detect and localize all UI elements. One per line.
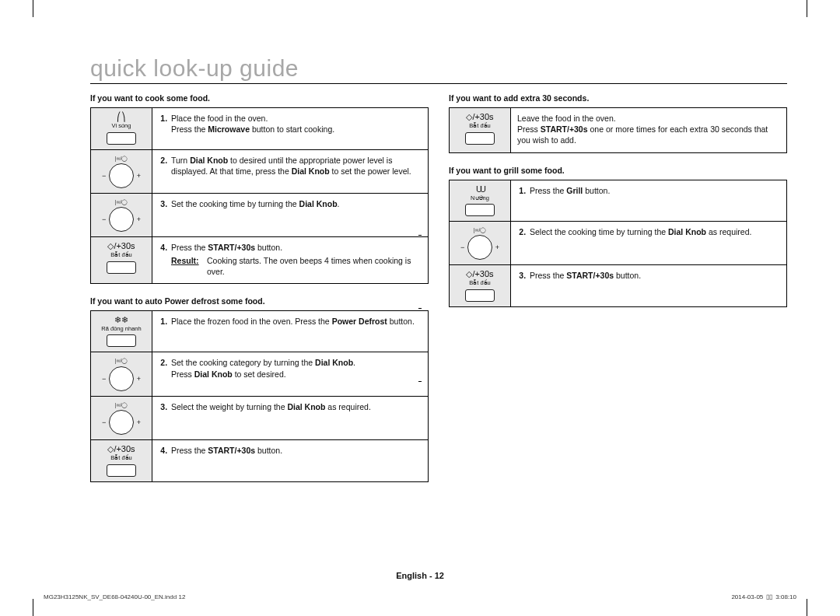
icon-cell: |∞/◯ bbox=[91, 396, 152, 439]
step-cell: Press the START/+30s button. bbox=[152, 440, 429, 482]
bind-mark bbox=[418, 308, 422, 309]
icon-cell: |∞/◯ bbox=[91, 149, 152, 193]
step-cell: Press the START/+30s button. bbox=[511, 265, 787, 307]
icon-cell: ◇/+30s Bắt đầu bbox=[450, 108, 511, 153]
table-grill: UU Nướng Press the Grill button. bbox=[449, 180, 787, 307]
step-text: Press the Microwave button to start cook… bbox=[171, 124, 334, 134]
icon-caption: Bắt đầu bbox=[110, 455, 132, 461]
dial-knob-icon bbox=[109, 366, 134, 391]
step-text: Press the START/+30s button. bbox=[171, 243, 282, 252]
dial-knob-icon bbox=[109, 410, 134, 435]
step-cell: Press the Grill button. bbox=[511, 180, 787, 222]
table-row: ❄❄ Rã đông nhanh Place the frozen food i… bbox=[91, 310, 429, 352]
button-shape bbox=[107, 132, 136, 145]
button-shape bbox=[107, 334, 136, 347]
start-icon: ◇/+30s bbox=[107, 242, 135, 250]
icon-caption: Bắt đầu bbox=[469, 280, 491, 286]
button-shape bbox=[465, 132, 495, 145]
icon-cell: ❄❄ Rã đông nhanh bbox=[91, 310, 152, 352]
icon-cell: |∞/◯ bbox=[450, 222, 511, 265]
table-row: ◇/+30s Bắt đầu Press the START/+30s butt… bbox=[450, 265, 787, 307]
table-row: UU Nướng Press the Grill button. bbox=[450, 180, 787, 222]
icon-cell: ◇/+30s Bắt đầu bbox=[91, 237, 152, 284]
section-heading-defrost: If you want to auto Power defrost some f… bbox=[90, 296, 429, 306]
step-text: Press the Grill button. bbox=[530, 186, 610, 195]
defrost-icon: ❄❄ bbox=[114, 316, 128, 324]
crop-mark bbox=[33, 0, 33, 17]
button-shape bbox=[107, 464, 136, 477]
dial-caption: |∞/◯ bbox=[115, 357, 128, 364]
step-cell: Select the weight by turning the Dial Kn… bbox=[152, 396, 429, 439]
step-text: Leave the food in the oven. bbox=[517, 114, 616, 123]
table-row: |∞/◯ Turn Dial Knob to desired until the… bbox=[91, 149, 429, 193]
step-cell: Place the food in the oven. Press the Mi… bbox=[152, 108, 429, 150]
left-column: If you want to cook some food. ⎛⎞ Vi són… bbox=[90, 90, 429, 482]
step-cell: Select the cooking time by turning the D… bbox=[511, 222, 787, 265]
step-text: Set the cooking time by turning the Dial… bbox=[171, 199, 340, 208]
indd-filename: MG23H3125NK_SV_DE68-04240U-00_EN.indd 12 bbox=[44, 593, 185, 600]
icon-cell: ⎛⎞ Vi sóng bbox=[91, 108, 152, 150]
dial-knob-icon bbox=[109, 163, 134, 188]
start-icon: ◇/+30s bbox=[107, 445, 135, 453]
dial-caption: |∞/◯ bbox=[115, 198, 128, 205]
icon-cell: ◇/+30s Bắt đầu bbox=[450, 265, 511, 307]
step-text: Press the START/+30s button. bbox=[530, 271, 641, 280]
table-row: |∞/◯ Select the cooking time by turning … bbox=[450, 222, 787, 265]
icon-caption: Bắt đầu bbox=[110, 252, 132, 258]
button-shape bbox=[465, 289, 495, 302]
table-row: |∞/◯ Select the weight by turning the Di… bbox=[91, 396, 429, 439]
section-heading-extra30: If you want to add extra 30 seconds. bbox=[449, 93, 787, 103]
step-cell: Place the frozen food in the oven. Press… bbox=[152, 310, 429, 352]
step-cell: Leave the food in the oven. Press START/… bbox=[511, 108, 787, 153]
title-rule bbox=[90, 83, 787, 84]
icon-caption: Vi sóng bbox=[112, 123, 131, 129]
step-text: Place the food in the oven. bbox=[171, 114, 268, 123]
page-number: English - 12 bbox=[0, 571, 840, 580]
result-text: Cooking starts. The oven beeps 4 times w… bbox=[207, 255, 422, 277]
grill-icon: UU bbox=[476, 185, 484, 194]
section-heading-cook: If you want to cook some food. bbox=[90, 93, 429, 103]
crop-mark bbox=[33, 599, 33, 616]
step-cell: Set the cooking time by turning the Dial… bbox=[152, 193, 429, 236]
page-title: quick look-up guide bbox=[90, 57, 800, 80]
step-cell: Turn Dial Knob to desired until the appr… bbox=[152, 149, 429, 193]
step-text: Press Dial Knob to set desired. bbox=[171, 369, 286, 379]
microwave-icon: ⎛⎞ bbox=[117, 113, 126, 121]
dial-knob-icon bbox=[467, 235, 492, 260]
icon-caption: Rã đông nhanh bbox=[101, 326, 141, 332]
step-text: Place the frozen food in the oven. Press… bbox=[171, 317, 415, 326]
table-extra30: ◇/+30s Bắt đầu Leave the food in the ove… bbox=[449, 107, 787, 153]
table-row: |∞/◯ Set the cooking category by turning… bbox=[91, 352, 429, 396]
result-label: Result: bbox=[171, 255, 207, 277]
dial-caption: |∞/◯ bbox=[474, 226, 487, 233]
icon-cell: UU Nướng bbox=[450, 180, 511, 222]
icon-cell: |∞/◯ bbox=[91, 352, 152, 396]
button-shape bbox=[465, 204, 495, 216]
table-row: ◇/+30s Bắt đầu Leave the food in the ove… bbox=[450, 108, 787, 153]
step-text: Set the cooking category by turning the … bbox=[171, 358, 355, 367]
table-cook: ⎛⎞ Vi sóng Place the food in the oven. P… bbox=[90, 107, 429, 284]
step-text: Select the cooking time by turning the D… bbox=[530, 227, 751, 236]
table-row: ◇/+30s Bắt đầu Press the START/+30s butt… bbox=[91, 237, 429, 284]
step-cell: Set the cooking category by turning the … bbox=[152, 352, 429, 396]
dial-caption: |∞/◯ bbox=[115, 401, 128, 408]
indd-timestamp: 2014-03-05▯▯3:08:10 bbox=[731, 593, 796, 600]
document-page: quick look-up guide If you want to cook … bbox=[0, 0, 840, 616]
right-column: If you want to add extra 30 seconds. ◇/+… bbox=[449, 90, 787, 482]
table-defrost: ❄❄ Rã đông nhanh Place the frozen food i… bbox=[90, 310, 429, 482]
icon-cell: |∞/◯ bbox=[91, 193, 152, 236]
start-icon: ◇/+30s bbox=[466, 113, 493, 121]
step-text: Press the START/+30s button. bbox=[171, 446, 282, 455]
bind-mark bbox=[418, 381, 422, 382]
content-columns: If you want to cook some food. ⎛⎞ Vi són… bbox=[90, 90, 787, 482]
section-heading-grill: If you want to grill some food. bbox=[449, 166, 787, 175]
bind-mark bbox=[418, 235, 422, 236]
step-text: Turn Dial Knob to desired until the appr… bbox=[171, 156, 411, 176]
table-row: ⎛⎞ Vi sóng Place the food in the oven. P… bbox=[91, 108, 429, 150]
dial-caption: |∞/◯ bbox=[115, 155, 128, 162]
icon-caption: Bắt đầu bbox=[469, 123, 491, 129]
table-row: |∞/◯ Set the cooking time by turning the… bbox=[91, 193, 429, 236]
button-shape bbox=[107, 261, 136, 274]
crop-mark bbox=[807, 599, 807, 616]
step-text: Select the weight by turning the Dial Kn… bbox=[171, 402, 371, 411]
